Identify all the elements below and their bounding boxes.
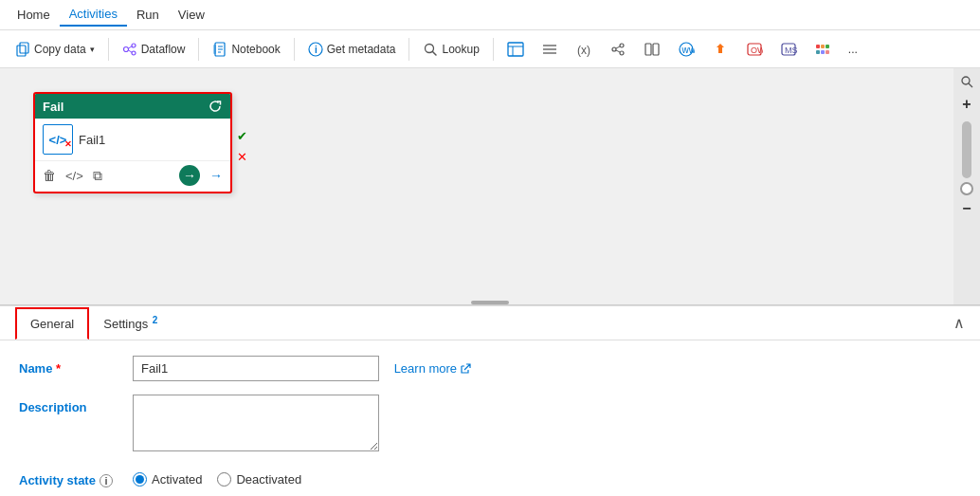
side-check-icon[interactable]: ✔ [232,126,251,145]
form-area: Name Learn more Description Activity sta… [0,340,980,496]
arrow-right-icon[interactable]: → [179,165,200,186]
activity-node[interactable]: Fail </> ✕ Fail1 ✔ ✕ 🗑 </> ⧉ → → [33,92,232,193]
name-control: Learn more [133,356,961,381]
dataflow-button[interactable]: Dataflow [115,38,193,61]
name-label: Name [19,356,133,376]
icon-btn-3[interactable]: (x) [568,37,600,62]
menu-run[interactable]: Run [127,4,169,26]
name-input[interactable] [133,356,379,381]
more-button[interactable]: ... [841,39,865,60]
radio-group: Activated Deactivated [133,468,961,487]
dataflow-icon [122,42,137,57]
fail-error-badge: ✕ [64,139,72,149]
separator-3 [294,38,295,61]
activity-refresh-icon[interactable] [208,99,223,114]
svg-point-25 [620,51,624,55]
icon-btn-1[interactable] [499,37,532,62]
dataflow-label: Dataflow [141,43,186,56]
svg-point-2 [123,46,128,51]
notebook-label: Notebook [231,43,280,56]
icon-btn-7[interactable] [704,37,736,62]
tab-settings[interactable]: Settings 2 [89,306,172,340]
separator-1 [108,38,109,61]
svg-line-27 [616,50,620,52]
notebook-button[interactable]: Notebook [205,38,287,61]
svg-rect-39 [816,50,820,54]
svg-rect-36 [816,45,820,48]
description-row: Description [19,395,961,454]
menu-home[interactable]: Home [8,4,60,26]
svg-rect-38 [826,45,829,48]
activity-state-control: Activated Deactivated [133,468,961,487]
lookup-button[interactable]: Lookup [415,38,486,61]
external-link-icon [460,363,471,375]
learn-more-link[interactable]: Learn more [394,361,471,376]
activity-name-label: Fail1 [79,133,105,147]
icon-btn-4[interactable] [602,37,634,62]
delete-icon[interactable]: 🗑 [43,168,56,183]
get-metadata-label: Get metadata [327,43,396,56]
svg-rect-11 [213,45,216,54]
svg-rect-0 [17,46,26,56]
svg-point-42 [962,77,970,84]
svg-text:MST: MST [785,46,797,55]
activity-state-row: Activity state i Activated Deactivated [19,468,961,487]
arrow-next-icon[interactable]: → [209,168,223,183]
icon-btn-8[interactable]: OWA [738,37,771,62]
tab-settings-label: Settings [103,318,148,332]
activated-label: Activated [152,472,202,487]
copy-data-caret: ▾ [90,45,95,54]
icon-btn-2[interactable] [534,37,566,62]
zoom-handle[interactable] [960,182,973,195]
tabs-left: General Settings 2 [15,306,172,339]
svg-line-6 [128,50,132,52]
metadata-icon: i [308,42,323,57]
notebook-icon [212,42,227,57]
icon-btn-9[interactable]: MST [772,37,805,62]
activity-body: </> ✕ Fail1 ✔ ✕ [35,119,230,160]
svg-point-4 [132,51,136,55]
get-metadata-button[interactable]: i Get metadata [300,38,404,61]
svg-text:i: i [315,45,318,55]
copy-data-button[interactable]: Copy data ▾ [8,38,102,61]
svg-text:(x): (x) [577,44,590,57]
icon-btn-5[interactable] [636,37,668,62]
name-row: Name Learn more [19,356,961,381]
zoom-out-button[interactable]: − [957,199,976,218]
menu-activities[interactable]: Activities [60,3,127,27]
description-control [133,395,961,454]
menu-bar: Home Activities Run View [0,0,980,30]
canvas-divider-handle[interactable] [471,301,509,304]
search-canvas-icon[interactable] [957,72,976,91]
deactivated-radio[interactable] [217,472,231,487]
svg-rect-40 [821,50,825,54]
more-label: ... [848,43,858,56]
copy-data-label: Copy data [34,43,86,56]
svg-rect-28 [645,44,651,55]
collapse-button[interactable]: ∧ [953,314,965,332]
activity-state-info-icon[interactable]: i [100,474,113,487]
zoom-slider[interactable] [962,121,971,178]
copy-node-icon[interactable]: ⧉ [93,168,102,184]
svg-line-15 [433,51,437,55]
svg-text:www: www [681,45,695,55]
svg-rect-41 [826,50,829,54]
icon-btn-6[interactable]: www [670,37,702,62]
deactivated-label: Deactivated [236,472,301,487]
separator-4 [408,38,409,61]
icon-btn-10[interactable] [807,37,839,62]
tab-general-label: General [30,317,74,331]
zoom-in-button[interactable]: + [957,95,976,114]
description-input[interactable] [133,395,379,451]
deactivated-radio-label[interactable]: Deactivated [217,472,301,487]
canvas-area[interactable]: Fail </> ✕ Fail1 ✔ ✕ 🗑 </> ⧉ → → [0,68,980,305]
svg-rect-29 [653,44,659,55]
activated-radio[interactable] [133,472,147,487]
side-close-icon[interactable]: ✕ [232,147,251,166]
tab-general[interactable]: General [15,307,89,340]
lookup-icon [423,42,438,57]
activated-radio-label[interactable]: Activated [133,472,202,487]
svg-line-5 [128,46,132,47]
menu-view[interactable]: View [169,4,214,26]
code-icon[interactable]: </> [65,169,83,183]
